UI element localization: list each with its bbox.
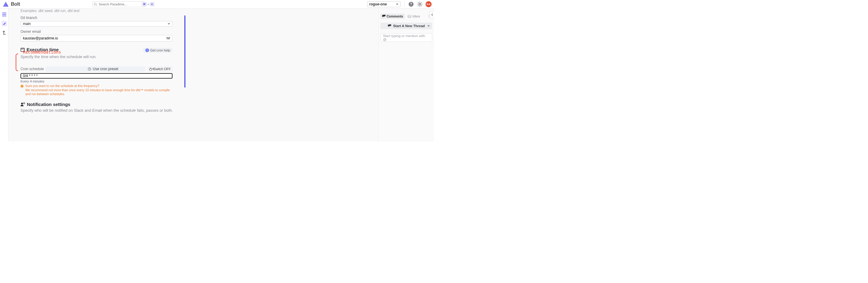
inbox-icon [408, 15, 411, 18]
app-header: Bolt ⌘ + K rogue-one ? KA [0, 0, 434, 9]
svg-line-10 [421, 5, 422, 6]
chevron-down-icon [396, 4, 398, 5]
cron-warning: Sure you want to run the schedule at thi… [21, 84, 173, 96]
cron-input[interactable] [21, 73, 173, 79]
search-field[interactable] [99, 2, 140, 6]
thread-icon [388, 24, 391, 28]
git-branch-value: main [23, 22, 31, 26]
chevron-down-icon [152, 68, 154, 70]
new-thread-button[interactable]: Start A New Thread [380, 23, 432, 29]
svg-rect-35 [383, 15, 385, 16]
svg-line-9 [418, 2, 418, 3]
help-button[interactable]: ? [408, 1, 414, 7]
owner-email-input[interactable] [21, 35, 173, 41]
settings-button[interactable] [417, 1, 423, 7]
logo-icon [3, 2, 8, 7]
chevron-down-icon [168, 23, 170, 25]
svg-line-12 [421, 2, 422, 3]
gear-icon [417, 1, 423, 7]
svg-point-0 [94, 3, 96, 5]
left-rail: T [0, 9, 8, 141]
environment-selected: rogue-one [369, 2, 387, 6]
owner-email-label: Owner email [21, 30, 183, 34]
compose-input[interactable]: Start typing or mention with @ [380, 33, 432, 42]
tune-icon[interactable] [166, 36, 170, 40]
examples-hint: Examples: dbt seed, dbt run, dbt test [21, 9, 183, 13]
search-icon [94, 3, 97, 6]
svg-text:T: T [3, 30, 5, 35]
rail-menu-icon[interactable] [1, 12, 7, 17]
svg-line-1 [96, 5, 97, 6]
svg-text:?: ? [410, 2, 412, 6]
svg-point-22 [168, 38, 169, 39]
svg-point-34 [24, 103, 25, 104]
scrollbar-thumb[interactable] [184, 15, 185, 87]
annotation-recommendations: Recommendations [23, 50, 61, 55]
user-notify-icon [21, 102, 25, 106]
tab-inbox[interactable]: Inbox [406, 13, 422, 19]
search-input[interactable]: ⌘ + K [92, 1, 145, 7]
git-branch-label: Git branch [21, 16, 183, 20]
svg-point-23 [169, 37, 170, 38]
environment-select[interactable]: rogue-one [367, 1, 401, 7]
notification-desc: Specify who will be notified on Slack an… [21, 108, 183, 113]
power-icon [149, 67, 152, 71]
logo[interactable]: Bolt [3, 1, 20, 7]
git-branch-select[interactable]: main [21, 21, 173, 27]
compose-placeholder: Start typing or mention with @ [383, 34, 430, 41]
app-name: Bolt [11, 1, 20, 7]
cron-preset-select[interactable]: Use cron preset [45, 66, 145, 72]
help-icon: ? [408, 1, 414, 7]
svg-point-4 [419, 3, 421, 5]
notification-title: Notification settings [21, 102, 183, 107]
svg-point-33 [21, 103, 23, 104]
switch-off-button[interactable]: Switch OFF [147, 66, 173, 72]
avatar[interactable]: KA [426, 1, 432, 7]
cron-schedule-label: Cron schedule [21, 67, 44, 71]
owner-email-field[interactable] [23, 36, 166, 40]
svg-line-11 [418, 5, 418, 6]
main-form: Recommendations Examples: dbt seed, dbt … [8, 9, 378, 141]
chevron-left-icon [431, 13, 433, 16]
cron-help-button[interactable]: i Get cron help [143, 48, 173, 53]
rail-tool-icon[interactable] [1, 21, 7, 26]
svg-point-21 [167, 37, 168, 38]
collapse-pane-button[interactable] [430, 11, 434, 19]
rail-text-icon[interactable]: T [1, 30, 7, 35]
comments-icon [382, 15, 385, 18]
chevron-down-icon [427, 25, 430, 27]
info-icon: i [145, 48, 149, 52]
tab-comments[interactable]: Comments [380, 13, 405, 19]
execution-desc: Specify the time when the schedule will … [21, 55, 183, 59]
cron-readable: Every 4 minutes [21, 79, 183, 83]
bulb-icon [21, 84, 24, 87]
clock-icon [88, 67, 91, 71]
svg-rect-46 [389, 24, 391, 26]
cron-field[interactable] [23, 74, 170, 78]
comments-pane: Comments Inbox Start A New Thread Start … [378, 9, 434, 141]
search-shortcut: ⌘ + K [142, 2, 154, 6]
